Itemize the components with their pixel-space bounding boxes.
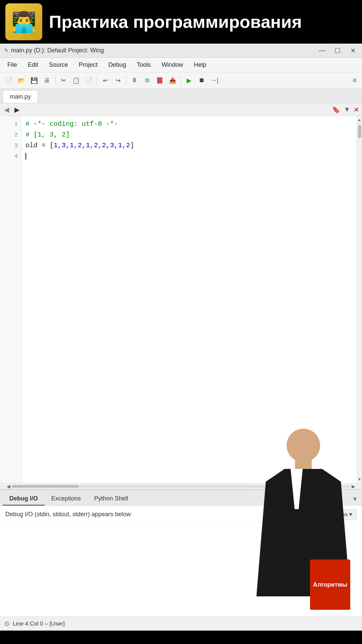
nav-close-icon[interactable]: ✕ [354, 106, 359, 114]
toolbar-stop-btn[interactable]: ⏹ [196, 74, 208, 87]
toolbar-indent-btn[interactable]: ⏸ [128, 74, 140, 87]
nav-right-icons: 🔖 ▼ ✕ [332, 106, 359, 114]
bottom-info-bar: Debug I/O (stdin, stdout, stderr) appear… [0, 506, 362, 523]
bottom-panel-close-icon[interactable]: ▾ [351, 492, 359, 505]
menu-file[interactable]: File [3, 59, 22, 70]
toolbar-env-btn[interactable]: ⚙ [141, 74, 153, 87]
menu-edit[interactable]: Edit [23, 59, 43, 70]
bottom-content-area [0, 523, 362, 631]
title-bar: ✎ main.py (D:): Default Project: Wing — … [0, 44, 362, 58]
scroll-down-arrow[interactable]: ▼ [358, 476, 362, 483]
code-text-2: # [1, 3, 2] [25, 129, 70, 140]
code-line-4 [25, 151, 353, 162]
menu-source[interactable]: Source [44, 59, 73, 70]
menu-debug[interactable]: Debug [104, 59, 131, 70]
tab-python-shell[interactable]: Python Shell [87, 492, 135, 505]
toolbar-undo-btn[interactable]: ↩ [99, 74, 111, 87]
menu-tools[interactable]: Tools [132, 59, 156, 70]
status-gear-icon: ⚙ [4, 620, 10, 628]
close-button[interactable]: ✕ [348, 46, 358, 56]
toolbar-sep-1 [55, 76, 55, 85]
toolbar-export-btn[interactable]: 📤 [167, 74, 179, 87]
bookmark-icon[interactable]: 🔖 [332, 106, 340, 114]
line-num-1: 1 [0, 119, 21, 129]
toolbar-sep-3 [126, 76, 126, 85]
minimize-button[interactable]: — [317, 46, 327, 56]
bottom-tabs: Debug I/O Exceptions Python Shell ▾ [0, 490, 362, 506]
line-num-2: 2 [0, 129, 21, 140]
scroll-thumb[interactable] [358, 125, 361, 138]
toolbar-debug-btn[interactable]: →| [208, 74, 221, 87]
line-numbers: 1 2 3 4 [0, 116, 21, 483]
editor-wrapper: 1 2 3 4 # -*- coding: utf-8 -*- # [1, 3,… [0, 116, 362, 489]
tab-main-py[interactable]: main.py [3, 90, 38, 103]
code-line-3: old = [1, 3, 1, 2, 1, 2, 2, 3, 1, 2] [25, 140, 353, 151]
line-num-3: 3 [0, 140, 21, 151]
toolbar-sep-2 [97, 76, 97, 85]
banner: 👨‍💻 Практика программирования [0, 0, 362, 44]
status-bar: ⚙ Line 4 Col 0 – [User] [0, 616, 362, 631]
line-num-4: 4 [0, 151, 21, 162]
h-scroll-left-arrow[interactable]: ◀ [7, 484, 10, 489]
nav-back-arrow[interactable]: ◀ [3, 104, 10, 115]
menu-project[interactable]: Project [74, 59, 102, 70]
tab-debug-io[interactable]: Debug I/O [3, 492, 45, 505]
options-button[interactable]: Options ▾ [324, 509, 357, 520]
toolbar-run-btn[interactable]: ▶ [183, 74, 195, 87]
toolbar-copy-btn[interactable]: 📋 [70, 74, 82, 87]
editor-body: 1 2 3 4 # -*- coding: utf-8 -*- # [1, 3,… [0, 116, 357, 483]
code-area[interactable]: # -*- coding: utf-8 -*- # [1, 3, 2] old … [21, 116, 357, 483]
text-cursor [25, 153, 26, 160]
code-line-2: # [1, 3, 2] [25, 129, 353, 140]
title-bar-text: main.py (D:): Default Project: Wing [11, 47, 314, 54]
code-line-1: # -*- coding: utf-8 -*- [25, 119, 353, 129]
banner-icon-emoji: 👨‍💻 [11, 10, 37, 34]
banner-icon: 👨‍💻 [5, 3, 42, 40]
nav-row: ◀ ▶ 🔖 ▼ ✕ [0, 103, 362, 116]
editor-container: 1 2 3 4 # -*- coding: utf-8 -*- # [1, 3,… [0, 116, 362, 483]
h-scroll-right-arrow[interactable]: ▶ [352, 484, 355, 489]
nav-forward-arrow[interactable]: ▶ [13, 104, 21, 115]
code-var-old: old = [ [25, 140, 54, 151]
toolbar-redo-btn[interactable]: ↪ [112, 74, 124, 87]
title-bar-controls: — ☐ ✕ [317, 46, 358, 56]
banner-title: Практика программирования [49, 12, 302, 32]
bottom-panel: Debug I/O Exceptions Python Shell ▾ Debu… [0, 489, 362, 631]
toolbar-menu-btn[interactable]: ≡ [350, 75, 359, 86]
menu-bar: File Edit Source Project Debug Tools Win… [0, 58, 362, 72]
nav-dropdown-icon[interactable]: ▼ [344, 106, 350, 113]
toolbar-sep-4 [181, 76, 181, 85]
h-scroll-track [12, 485, 350, 488]
tab-exceptions[interactable]: Exceptions [45, 492, 87, 505]
bottom-info-text: Debug I/O (stdin, stdout, stderr) appear… [5, 511, 131, 518]
ide-window: ✎ main.py (D:): Default Project: Wing — … [0, 44, 362, 631]
toolbar: 📄 📂 💾 🖨 ✂ 📋 📄 ↩ ↪ ⏸ ⚙ 📕 📤 ▶ ⏹ →| ≡ [0, 72, 362, 89]
maximize-button[interactable]: ☐ [333, 46, 343, 56]
tab-bar: main.py [0, 89, 362, 103]
menu-window[interactable]: Window [157, 59, 188, 70]
status-text: Line 4 Col 0 – [User] [13, 621, 65, 627]
toolbar-doc-btn[interactable]: 📕 [154, 74, 166, 87]
editor-scrollbar[interactable]: ▲ ▼ [357, 116, 362, 483]
toolbar-save-btn[interactable]: 💾 [28, 74, 40, 87]
toolbar-paste-btn[interactable]: 📄 [83, 74, 95, 87]
code-text-1: # -*- coding: utf-8 -*- [25, 119, 118, 129]
h-scroll-thumb[interactable] [12, 485, 79, 488]
menu-help[interactable]: Help [189, 59, 211, 70]
horizontal-scrollbar[interactable]: ◀ ▶ [0, 483, 362, 489]
toolbar-print-btn[interactable]: 🖨 [41, 74, 53, 87]
toolbar-cut-btn[interactable]: ✂ [57, 74, 69, 87]
title-bar-file-icon: ✎ [4, 47, 8, 54]
toolbar-new-btn[interactable]: 📄 [3, 74, 15, 87]
toolbar-open-btn[interactable]: 📂 [15, 74, 27, 87]
scroll-up-arrow[interactable]: ▲ [358, 116, 362, 123]
